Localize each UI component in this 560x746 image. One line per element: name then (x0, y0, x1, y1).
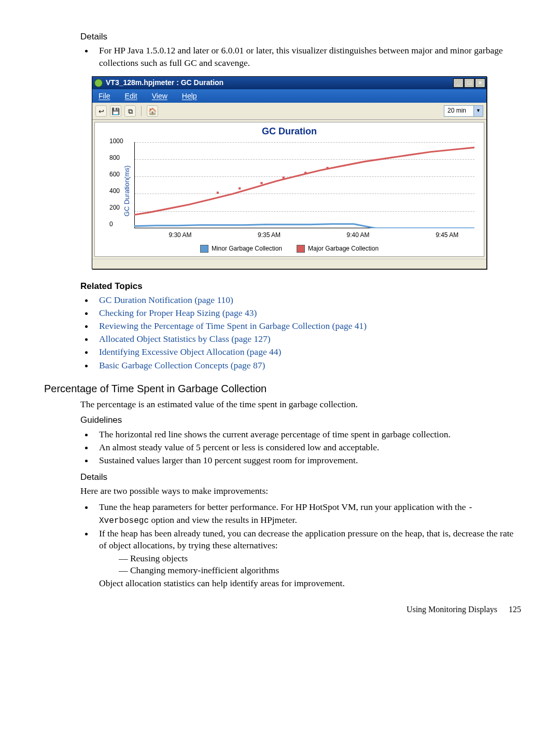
guidelines-list: The horizontal red line shows the curren… (80, 429, 521, 466)
related-topics-heading: Related Topics (80, 281, 521, 292)
chart-plot: GC Duration(ms) 1000 800 600 400 200 0 (132, 139, 474, 243)
details-heading-2: Details (80, 472, 521, 483)
gc-duration-window: VT3_128m.hpjmeter : GC Duration _ □ × Fi… (92, 76, 487, 269)
time-range-value: 20 min (444, 106, 473, 116)
details-list-2: Tune the heap parameters for better perf… (80, 501, 521, 589)
back-icon[interactable]: ↩ (95, 105, 107, 117)
related-link[interactable]: Reviewing the Percentage of Time Spent i… (99, 321, 367, 331)
menu-edit[interactable]: Edit (125, 91, 137, 101)
related-link-item: Reviewing the Percentage of Time Spent i… (94, 320, 521, 332)
related-link-item: Basic Garbage Collection Concepts (page … (94, 360, 521, 371)
major-gc-series (134, 147, 474, 215)
guideline-item: Sustained values larger than 10 percent … (94, 454, 521, 466)
guideline-item: The horizontal red line shows the curren… (94, 429, 521, 440)
details-intro-2: Here are two possible ways to make impro… (80, 485, 521, 497)
copy-icon[interactable]: ⧉ (124, 105, 136, 117)
guidelines-heading: Guidelines (80, 415, 521, 426)
page-footer: Using Monitoring Displays 125 (44, 604, 521, 615)
close-button[interactable]: × (475, 78, 485, 88)
section-heading-percentage: Percentage of Time Spent in Garbage Coll… (44, 382, 521, 395)
svg-rect-0 (217, 191, 219, 194)
chart-legend: Minor Garbage Collection Major Garbage C… (99, 243, 480, 254)
svg-rect-5 (326, 167, 328, 169)
related-link-item: Allocated Object Statistics by Class (pa… (94, 333, 521, 345)
chart-panel: GC Duration GC Duration(ms) 1000 800 600… (94, 122, 484, 257)
menu-file[interactable]: File (99, 91, 110, 101)
details-item: Tune the heap parameters for better perf… (94, 501, 521, 526)
y-tick: 200 (109, 204, 120, 212)
toolbar: ↩ 💾 ⧉ 🏠 20 min ▼ (92, 103, 486, 120)
related-link[interactable]: Allocated Object Statistics by Class (pa… (99, 334, 270, 344)
related-link-item: Checking for Proper Heap Sizing (page 43… (94, 307, 521, 319)
legend-minor: Minor Garbage Collection (200, 245, 282, 253)
y-tick: 1000 (109, 137, 123, 146)
x-tick: 9:35 AM (258, 231, 281, 240)
related-link[interactable]: Checking for Proper Heap Sizing (page 43… (99, 308, 257, 318)
details-closing: Object allocation statistics can help id… (99, 578, 345, 588)
app-icon (94, 79, 103, 87)
details-sublist: Reusing objects Changing memory-ineffici… (99, 552, 521, 576)
menu-view[interactable]: View (152, 91, 167, 101)
y-tick: 800 (109, 154, 120, 162)
window-title: VT3_128m.hpjmeter : GC Duration (106, 78, 223, 87)
time-range-select[interactable]: 20 min ▼ (444, 105, 483, 117)
section-intro: The percentage is an estimated value of … (80, 398, 521, 410)
details-bullet: For HP Java 1.5.0.12 and later or 6.0.01… (94, 45, 521, 68)
y-tick: 0 (109, 220, 113, 229)
chevron-down-icon: ▼ (473, 106, 483, 116)
status-bar (92, 259, 486, 269)
details-item: If the heap has been already tuned, you … (94, 528, 521, 589)
y-tick: 400 (109, 187, 120, 196)
home-icon[interactable]: 🏠 (147, 105, 158, 117)
menu-help[interactable]: Help (182, 91, 197, 101)
window-titlebar: VT3_128m.hpjmeter : GC Duration _ □ × (92, 77, 486, 89)
related-topics-list: GC Duration Notification (page 110) Chec… (80, 294, 521, 371)
page-number: 125 (509, 605, 521, 614)
minor-gc-series (134, 224, 474, 228)
details-subitem: Changing memory-inefficient algorithms (119, 564, 521, 576)
chart-svg (134, 142, 474, 228)
details-heading-1: Details (80, 31, 521, 43)
details-subitem: Reusing objects (119, 552, 521, 564)
maximize-button[interactable]: □ (464, 78, 474, 88)
svg-rect-4 (304, 172, 306, 174)
save-icon[interactable]: 💾 (110, 105, 121, 117)
x-tick: 9:40 AM (347, 231, 370, 240)
svg-rect-2 (260, 182, 262, 184)
related-link-item: GC Duration Notification (page 110) (94, 294, 521, 306)
related-link[interactable]: Basic Garbage Collection Concepts (page … (99, 360, 265, 370)
related-link[interactable]: GC Duration Notification (page 110) (99, 295, 233, 305)
footer-text: Using Monitoring Displays (407, 605, 497, 614)
minimize-button[interactable]: _ (453, 78, 464, 88)
svg-rect-1 (239, 187, 241, 189)
x-tick: 9:30 AM (169, 231, 191, 240)
related-link[interactable]: Identifying Excessive Object Allocation … (99, 347, 281, 357)
legend-major: Major Garbage Collection (297, 245, 379, 253)
related-link-item: Identifying Excessive Object Allocation … (94, 346, 521, 358)
chart-title: GC Duration (99, 126, 480, 138)
svg-rect-3 (283, 176, 285, 178)
y-axis-label: GC Duration(ms) (122, 165, 131, 216)
menu-bar: File Edit View Help (92, 89, 486, 103)
details-list-1: For HP Java 1.5.0.12 and later or 6.0.01… (80, 45, 521, 68)
guideline-item: An almost steady value of 5 percent or l… (94, 441, 521, 453)
y-tick: 600 (109, 171, 120, 179)
x-tick: 9:45 AM (436, 231, 458, 240)
